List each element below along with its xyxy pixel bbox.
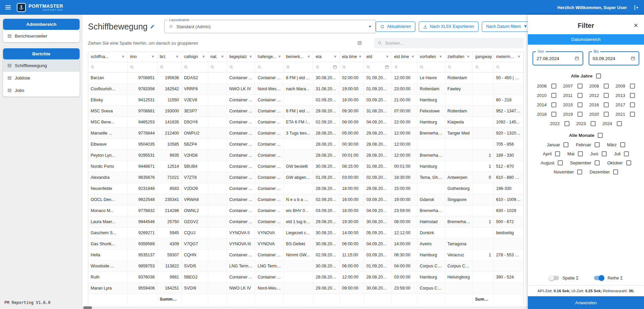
year-checkbox-2024[interactable]: 2024 xyxy=(602,121,622,126)
table-row[interactable]: Maran Lyra9559406164251SVDI9NWO LK IVNor… xyxy=(88,282,523,294)
checkbox[interactable] xyxy=(604,112,609,117)
year-checkbox-2009[interactable]: 2009 xyxy=(615,84,635,89)
refresh-button[interactable]: Aktualisieren xyxy=(376,21,415,32)
checkbox[interactable] xyxy=(555,151,560,156)
column-header-etd_time[interactable]: etd time xyxy=(392,52,417,62)
column-header-eta_time[interactable]: eta time xyxy=(339,52,364,62)
column-filter-icon[interactable] xyxy=(466,55,470,59)
search-icon[interactable] xyxy=(342,65,346,69)
table-row[interactable]: Monaco M...9778832214286OWNL2Container .… xyxy=(88,205,523,216)
month-checkbox-juni[interactable]: Juni xyxy=(590,151,607,156)
column-header-eta[interactable]: eta xyxy=(313,52,339,62)
column-header-liegeplatz[interactable]: liegeplatz xyxy=(227,52,255,62)
table-row[interactable]: Hella953513759307CQHNContainer ...Contai… xyxy=(88,249,523,260)
checkbox[interactable] xyxy=(596,73,601,79)
month-checkbox-august[interactable]: August xyxy=(541,160,562,165)
column-search-eta[interactable] xyxy=(313,62,339,72)
column-header-nat[interactable]: nat. xyxy=(208,52,227,62)
column-search-liegeplatz[interactable] xyxy=(227,62,255,72)
column-search-gangway[interactable] xyxy=(473,62,494,72)
year-checkbox-2015[interactable]: 2015 xyxy=(563,102,583,107)
checkbox[interactable] xyxy=(604,93,609,98)
table-row[interactable]: Nordic Porto9448671125145BUB4Container .… xyxy=(88,161,523,172)
column-filter-icon[interactable] xyxy=(358,55,362,59)
checkbox[interactable] xyxy=(595,160,600,165)
column-search-metermarken[interactable] xyxy=(494,62,523,72)
year-checkbox-2012[interactable]: 2012 xyxy=(589,93,609,98)
column-filter-icon[interactable] xyxy=(175,55,179,59)
column-header-callsign[interactable]: callsign xyxy=(182,52,208,62)
column-header-zielhafen[interactable]: zielhafen xyxy=(445,52,472,62)
checkbox[interactable] xyxy=(617,121,622,126)
table-row[interactable]: Peyton Lyn...92955319935V2HD8Container .… xyxy=(88,150,523,161)
year-checkbox-2014[interactable]: 2014 xyxy=(537,102,556,107)
edit-title-icon[interactable] xyxy=(150,24,155,29)
table-row[interactable]: Elbsky941253111550V2EV8Container ...Cont… xyxy=(88,94,523,105)
calendar-icon[interactable] xyxy=(574,56,579,61)
column-header-etd[interactable]: etd xyxy=(364,52,392,62)
month-checkbox-mai[interactable]: Mai xyxy=(567,151,583,156)
column-search-brz[interactable] xyxy=(157,62,181,72)
search-icon[interactable] xyxy=(91,65,95,69)
column-search-eta_time[interactable] xyxy=(339,62,364,72)
checkbox[interactable] xyxy=(604,102,609,107)
search-icon[interactable] xyxy=(394,65,398,69)
column-filter-icon[interactable] xyxy=(202,55,205,59)
table-row[interactable]: Gaschem S...92692715945CQUJVYNOVA IIVYNO… xyxy=(88,227,523,238)
menu-icon[interactable] xyxy=(5,4,11,11)
year-checkbox-2016[interactable]: 2016 xyxy=(589,102,609,107)
logout-icon[interactable] xyxy=(634,5,639,10)
search-icon[interactable] xyxy=(448,65,452,69)
column-header-brz[interactable]: brz xyxy=(157,52,181,62)
column-search-etd_time[interactable] xyxy=(392,62,417,72)
all-months-checkbox[interactable]: Alle Monate xyxy=(569,133,603,138)
year-checkbox-2022[interactable]: 2022 xyxy=(550,121,569,126)
checkbox[interactable] xyxy=(624,151,629,156)
checkbox[interactable] xyxy=(558,160,563,165)
horizontal-scrollbar[interactable] xyxy=(83,306,528,309)
checkbox[interactable] xyxy=(578,102,583,107)
checkbox[interactable] xyxy=(551,102,556,107)
search-icon[interactable] xyxy=(211,65,215,69)
calendar-icon[interactable] xyxy=(631,56,635,61)
row-sum-toggle[interactable]: Reihe Σ xyxy=(594,275,623,280)
search-icon[interactable] xyxy=(420,65,424,69)
month-checkbox-oktober[interactable]: Oktober xyxy=(607,160,631,165)
column-sum-toggle[interactable]: Spalte Σ xyxy=(549,275,579,280)
column-search-vorhafen[interactable] xyxy=(417,62,445,72)
month-checkbox-februar[interactable]: Februar xyxy=(576,142,600,147)
year-checkbox-2023[interactable]: 2023 xyxy=(576,121,596,126)
column-search-zielhafen[interactable] xyxy=(445,62,472,72)
table-row[interactable]: Woodside ...9859753113822SVDI5LNG Termi.… xyxy=(88,260,523,271)
column-filter-icon[interactable] xyxy=(151,55,155,59)
year-checkbox-2013[interactable]: 2013 xyxy=(615,93,635,98)
grouping-bar[interactable]: Ziehen Sie eine Spalte hierhin, um danac… xyxy=(88,38,525,48)
sidebar-item-berichtsersteller[interactable]: Berichtsersteller xyxy=(3,30,80,42)
column-filter-icon[interactable] xyxy=(121,55,125,59)
checkbox[interactable] xyxy=(630,84,635,89)
year-checkbox-2010[interactable]: 2010 xyxy=(537,93,556,98)
year-checkbox-2007[interactable]: 2007 xyxy=(563,84,583,89)
checkbox[interactable] xyxy=(551,112,556,117)
search-icon[interactable] xyxy=(160,65,164,69)
column-filter-icon[interactable] xyxy=(333,55,337,59)
toggle-switch-on[interactable] xyxy=(594,276,604,280)
table-row[interactable]: Cosflourish...9783356162542VRRF6NWO LK I… xyxy=(88,83,523,94)
table-row[interactable]: Laura Maer...994454625750OZGV2Container … xyxy=(88,216,523,227)
layout-select[interactable]: Layoutname Standard (Admin) xyxy=(164,20,376,33)
table-row[interactable]: Elbwave9504035105855BZP4Container ...Con… xyxy=(88,139,523,150)
year-checkbox-2020[interactable]: 2020 xyxy=(589,112,609,117)
all-years-checkbox[interactable]: Alle Jahre xyxy=(571,73,601,79)
column-search-nat[interactable] xyxy=(208,62,227,72)
checkbox[interactable] xyxy=(578,84,583,89)
column-filter-icon[interactable] xyxy=(517,55,521,59)
checkbox[interactable] xyxy=(630,112,635,117)
date-filter-button[interactable]: Nach Datum filtern xyxy=(482,21,532,32)
scrollbar-thumb[interactable] xyxy=(83,306,92,309)
search-icon[interactable] xyxy=(286,65,290,69)
month-checkbox-november[interactable]: November xyxy=(554,169,582,174)
checkbox[interactable] xyxy=(577,169,582,174)
table-row[interactable]: Gas Shurik...93595694309V7QG7VYNOVA IIIV… xyxy=(88,238,523,249)
column-filter-icon[interactable] xyxy=(278,55,281,59)
sidebar-item-jobs[interactable]: Jobs xyxy=(3,84,80,97)
